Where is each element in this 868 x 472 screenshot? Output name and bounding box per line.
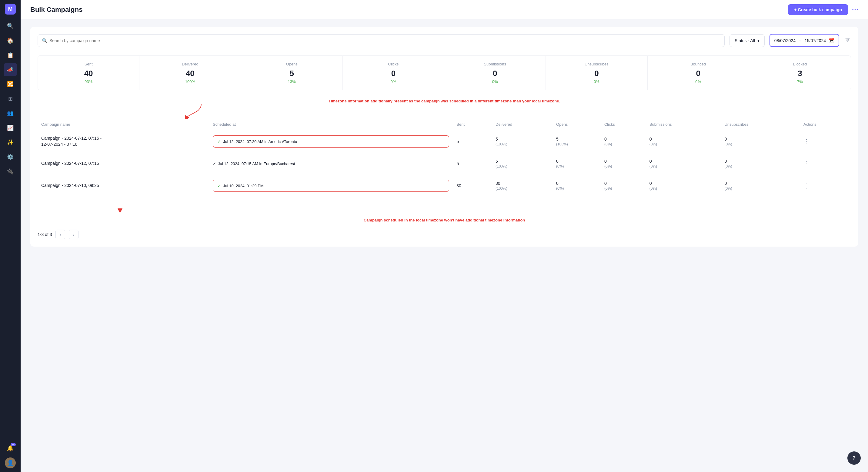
sent-cell: 5 [453,153,492,174]
submissions-pct: (0%) [650,142,657,146]
megaphone-icon: 📣 [7,66,13,73]
campaign-name: Campaign - 2024-07-12, 07:15 -12-07-2024… [41,135,206,147]
search-input[interactable] [38,34,725,47]
actions-cell[interactable]: ⋮ [800,130,851,153]
sent-cell: 5 [453,130,492,153]
clock-icon: ✓ [217,183,221,188]
delivered-pct: (100%) [496,186,507,191]
sidebar-item-contacts[interactable]: 👥 [4,107,17,120]
stat-pct: 93% [43,80,134,84]
clicks-pct: (0%) [604,142,612,146]
sidebar-item-integrations[interactable]: 🔌 [4,165,17,178]
sidebar-item-bulk-campaigns[interactable]: 📣 [4,63,17,76]
sidebar-item-analytics[interactable]: 📈 [4,121,17,134]
next-page-button[interactable]: › [69,230,79,239]
stat-clicks: Clicks 0 0% [343,56,444,90]
scheduled-at-cell: ✓ Jul 10, 2024, 01:29 PM [209,174,453,197]
help-button[interactable]: ? [847,451,861,465]
stat-value: 0 [348,69,439,78]
sidebar-item-campaigns-list[interactable]: 📋 [4,49,17,62]
stat-value: 0 [449,69,541,78]
stat-opens: Opens 5 13% [241,56,343,90]
magic-icon: ✨ [7,139,13,146]
stat-value: 0 [652,69,744,78]
local-tz-arrow-svg [111,194,129,212]
sidebar-item-magic[interactable]: ✨ [4,136,17,149]
unsubscribes-pct: (0%) [724,164,732,168]
clicks-cell: 0(0%) [601,174,646,197]
clock-icon: ✓ [217,139,221,144]
sidebar-item-settings[interactable]: ⚙️ [4,150,17,164]
campaign-name: Campaign - 2024-07-12, 07:15 [41,161,206,167]
campaign-name-cell: Campaign - 2024-07-12, 07:15 [38,153,209,174]
page-header: Bulk Campaigns + Create bulk campaign ⋯ [21,0,868,20]
pagination-label: 1-3 of 3 [38,232,52,237]
opens-cell: 0(0%) [553,174,601,197]
row-actions-button[interactable]: ⋮ [803,182,810,189]
app-logo: M [5,4,16,14]
scheduled-plain: ✓ Jul 12, 2024, 07:15 AM in Europe/Bucha… [213,161,449,166]
submissions-cell: 0(0%) [646,153,721,174]
header-actions: + Create bulk campaign ⋯ [788,4,858,15]
sidebar-item-grid[interactable]: ⊞ [4,92,17,105]
delivered-cell: 5(100%) [492,153,553,174]
row-actions-button[interactable]: ⋮ [803,138,810,145]
stat-label: Delivered [144,62,236,66]
submissions-cell: 0(0%) [646,174,721,197]
list-icon: 📋 [7,52,13,59]
stat-value: 40 [144,69,236,78]
stat-bounced: Bounced 0 0% [648,56,749,90]
delivered-cell: 5(100%) [492,130,553,153]
actions-cell[interactable]: ⋮ [800,174,851,197]
unsubscribes-cell: 0(0%) [721,153,800,174]
stat-pct: 0% [449,80,541,84]
actions-cell[interactable]: ⋮ [800,153,851,174]
search-icon: 🔍 [42,38,48,43]
campaign-name-cell: Campaign - 2024-07-10, 09:25 [38,174,209,197]
opens-cell: 0(0%) [553,153,601,174]
date-from: 08/07/2024 [774,38,796,43]
settings-icon: ⚙️ [7,154,13,160]
status-filter[interactable]: Status - All ▾ [730,34,765,47]
submissions-pct: (0%) [650,186,657,191]
sidebar-item-notifications[interactable]: 🔔 18 [4,442,17,455]
stat-label: Unsubscribes [551,62,642,66]
opens-pct: (0%) [556,164,564,168]
page-title: Bulk Campaigns [30,6,83,13]
clicks-pct: (0%) [604,164,612,168]
unsubscribes-cell: 0(0%) [721,174,800,197]
opens-cell: 5(100%) [553,130,601,153]
prev-page-button[interactable]: ‹ [56,230,65,239]
sidebar-item-search[interactable]: 🔍 [4,20,17,33]
create-bulk-campaign-button[interactable]: + Create bulk campaign [788,4,848,15]
filter-button[interactable]: ⧩ [844,36,851,45]
stat-blocked: Blocked 3 7% [749,56,851,90]
more-options-button[interactable]: ⋯ [851,6,858,13]
stat-value: 5 [246,69,338,78]
date-range-picker[interactable]: 08/07/2024 → 15/07/2024 📅 [770,34,839,47]
row-actions-button[interactable]: ⋮ [803,160,810,167]
date-to: 15/07/2024 [805,38,826,43]
stat-pct: 0% [348,80,439,84]
clock-icon: ✓ [213,161,216,166]
scheduled-at-cell: ✓ Jul 12, 2024, 07:15 AM in Europe/Bucha… [209,153,453,174]
opens-pct: (0%) [556,186,564,191]
sidebar-item-home[interactable]: 🏠 [4,34,17,47]
clicks-cell: 0(0%) [601,130,646,153]
opens-pct: (100%) [556,142,568,146]
avatar[interactable]: 👤 [5,458,16,468]
analytics-icon: 📈 [7,125,13,131]
sidebar: M 🔍 🏠 📋 📣 🔀 ⊞ 👥 📈 ✨ ⚙️ 🔌 🔔 18 👤 [0,0,21,472]
unsubscribes-pct: (0%) [724,186,732,191]
sidebar-item-share[interactable]: 🔀 [4,77,17,91]
avatar-icon: 👤 [7,460,13,466]
unsubscribes-pct: (0%) [724,142,732,146]
stat-label: Clicks [348,62,439,66]
scheduled-pill: ✓ Jul 10, 2024, 01:29 PM [213,180,449,192]
search-icon: 🔍 [7,23,13,29]
stat-pct: 13% [246,80,338,84]
scheduled-at-cell: ✓ Jul 12, 2024, 07:20 AM in America/Toro… [209,130,453,153]
grid-icon: ⊞ [8,95,13,102]
table-row: Campaign - 2024-07-10, 09:25 ✓ Jul 10, 2… [38,174,851,197]
search-wrap: 🔍 [38,34,725,47]
